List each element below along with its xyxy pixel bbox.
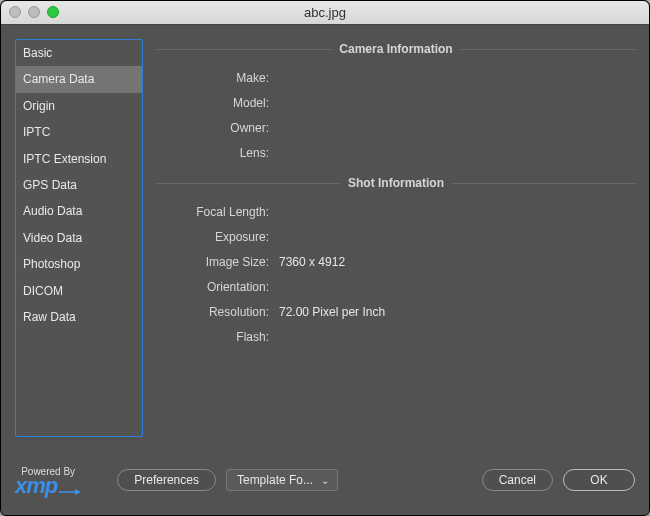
xmp-logo-icon: xmp [15,475,81,495]
field-label: Image Size: [157,255,279,269]
field-value: 7360 x 4912 [279,255,345,269]
field-owner: Owner: [157,115,635,140]
svg-marker-1 [75,489,81,495]
window-title: abc.jpg [304,5,346,20]
sidebar-item-label: DICOM [23,284,63,298]
sidebar-item-label: Audio Data [23,204,82,218]
field-model: Model: [157,90,635,115]
sidebar-item-label: IPTC [23,125,50,139]
field-resolution: Resolution: 72.00 Pixel per Inch [157,299,635,324]
sidebar-item-dicom[interactable]: DICOM [16,278,142,304]
divider [452,183,635,184]
xmp-logo-text: xmp [15,477,57,495]
cancel-button[interactable]: Cancel [482,469,553,491]
sidebar-item-label: Origin [23,99,55,113]
section-title-label: Shot Information [348,176,444,190]
sidebar-item-iptc[interactable]: IPTC [16,119,142,145]
sidebar-item-label: Video Data [23,231,82,245]
field-make: Make: [157,65,635,90]
field-label: Focal Length: [157,205,279,219]
sidebar-item-label: IPTC Extension [23,152,106,166]
sidebar-item-audio-data[interactable]: Audio Data [16,198,142,224]
window-controls [9,6,59,18]
divider [157,183,340,184]
field-orientation: Orientation: [157,274,635,299]
divider [461,49,635,50]
field-label: Resolution: [157,305,279,319]
section-header-camera-info: Camera Information [157,39,635,59]
sidebar-item-iptc-extension[interactable]: IPTC Extension [16,146,142,172]
sidebar-item-raw-data[interactable]: Raw Data [16,304,142,330]
category-sidebar: Basic Camera Data Origin IPTC IPTC Exten… [15,39,143,437]
zoom-icon[interactable] [47,6,59,18]
field-label: Lens: [157,146,279,160]
dialog-footer: Powered By xmp Preferences Template Fo..… [1,451,649,515]
sidebar-item-label: Basic [23,46,52,60]
field-flash: Flash: [157,324,635,349]
field-value: 72.00 Pixel per Inch [279,305,385,319]
preferences-button[interactable]: Preferences [117,469,216,491]
divider [157,49,331,50]
button-label: OK [590,473,607,487]
sidebar-item-label: Camera Data [23,72,94,86]
details-panel: Camera Information Make: Model: Owner: L… [157,39,635,437]
field-label: Model: [157,96,279,110]
file-info-dialog: abc.jpg Basic Camera Data Origin IPTC IP… [0,0,650,516]
sidebar-item-basic[interactable]: Basic [16,40,142,66]
button-label: Preferences [134,473,199,487]
content-area: Basic Camera Data Origin IPTC IPTC Exten… [1,25,649,451]
field-label: Orientation: [157,280,279,294]
field-focal-length: Focal Length: [157,199,635,224]
field-exposure: Exposure: [157,224,635,249]
select-value: Template Fo... [237,473,313,487]
arrow-icon [59,489,81,495]
sidebar-item-label: Photoshop [23,257,80,271]
sidebar-item-photoshop[interactable]: Photoshop [16,251,142,277]
ok-button[interactable]: OK [563,469,635,491]
field-label: Owner: [157,121,279,135]
minimize-icon[interactable] [28,6,40,18]
field-label: Make: [157,71,279,85]
sidebar-item-label: Raw Data [23,310,76,324]
titlebar: abc.jpg [1,1,649,25]
section-header-shot-info: Shot Information [157,173,635,193]
section-title-label: Camera Information [339,42,452,56]
button-label: Cancel [499,473,536,487]
template-select[interactable]: Template Fo... ⌄ [226,469,338,491]
field-label: Flash: [157,330,279,344]
sidebar-item-video-data[interactable]: Video Data [16,225,142,251]
field-lens: Lens: [157,140,635,165]
sidebar-item-label: GPS Data [23,178,77,192]
sidebar-item-gps-data[interactable]: GPS Data [16,172,142,198]
field-label: Exposure: [157,230,279,244]
chevron-down-icon: ⌄ [321,475,329,486]
field-image-size: Image Size: 7360 x 4912 [157,249,635,274]
powered-by-badge: Powered By xmp [15,466,81,495]
close-icon[interactable] [9,6,21,18]
sidebar-item-camera-data[interactable]: Camera Data [16,66,142,92]
sidebar-item-origin[interactable]: Origin [16,93,142,119]
